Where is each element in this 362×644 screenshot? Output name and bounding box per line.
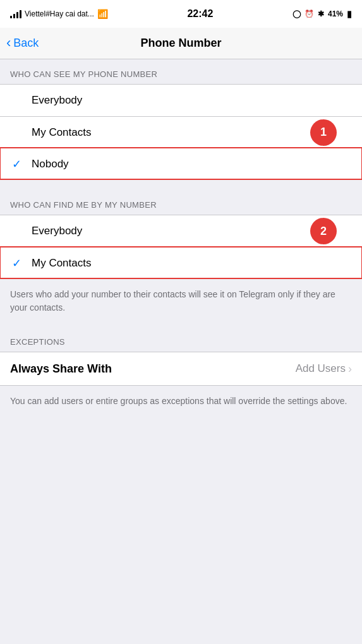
add-users-label: Add Users xyxy=(296,362,346,375)
always-share-row[interactable]: Always Share With Add Users › xyxy=(0,352,362,385)
bluetooth-icon: ✱ xyxy=(318,9,324,18)
visibility-mycontacts-label: My Contacts xyxy=(32,126,91,139)
add-users-action[interactable]: Add Users › xyxy=(296,362,352,376)
findme-everybody-row[interactable]: ✓ Everybody 2 xyxy=(0,215,362,247)
findme-everybody-label: Everybody xyxy=(32,225,82,237)
status-bar: Viettel#Hay cai dat... 📶 22:42 ◯ ⏰ ✱ 41%… xyxy=(0,0,362,28)
page-title: Phone Number xyxy=(140,37,221,50)
spacer-1 xyxy=(0,180,362,190)
findme-mycontacts-label: My Contacts xyxy=(32,257,91,270)
always-share-label: Always Share With xyxy=(10,362,112,376)
findme-info-text: Users who add your number to their conta… xyxy=(0,279,362,327)
back-chevron-icon: ‹ xyxy=(6,36,11,50)
carrier-label: Viettel#Hay cai dat... xyxy=(25,9,94,18)
chevron-right-icon: › xyxy=(348,362,352,376)
findme-mycontacts-row[interactable]: ✓ My Contacts xyxy=(0,247,362,278)
ringer-icon: ◯ xyxy=(293,9,301,18)
battery-icon: ▮ xyxy=(347,9,352,19)
back-label: Back xyxy=(13,37,39,50)
findme-options-group: ✓ Everybody 2 ✓ My Contacts xyxy=(0,215,362,279)
visibility-nobody-row[interactable]: ✓ Nobody xyxy=(0,148,362,179)
checkmark-nobody: ✓ xyxy=(10,157,23,171)
time-label: 22:42 xyxy=(187,8,213,20)
back-button[interactable]: ‹ Back xyxy=(6,37,39,50)
section-header-2: WHO CAN FIND ME BY MY NUMBER xyxy=(0,190,362,215)
section-header-1: WHO CAN SEE MY PHONE NUMBER xyxy=(0,59,362,84)
exceptions-section-header: EXCEPTIONS xyxy=(0,327,362,352)
alarm-icon: ⏰ xyxy=(305,9,314,18)
visibility-options-group: ✓ Everybody ✓ My Contacts 1 ✓ Nobody xyxy=(0,84,362,180)
signal-icon xyxy=(10,9,21,18)
exceptions-info-text: You can add users or entire groups as ex… xyxy=(0,386,362,420)
visibility-everybody-row[interactable]: ✓ Everybody xyxy=(0,85,362,116)
exceptions-group: Always Share With Add Users › xyxy=(0,352,362,386)
wifi-icon: 📶 xyxy=(97,9,108,19)
status-right: ◯ ⏰ ✱ 41% ▮ xyxy=(293,9,352,19)
visibility-nobody-label: Nobody xyxy=(32,158,69,170)
nav-bar: ‹ Back Phone Number xyxy=(0,28,362,59)
badge-1: 1 xyxy=(310,119,337,146)
section-who-can-find: WHO CAN FIND ME BY MY NUMBER ✓ Everybody… xyxy=(0,190,362,327)
badge-2: 2 xyxy=(310,218,337,244)
visibility-mycontacts-row[interactable]: ✓ My Contacts 1 xyxy=(0,116,362,148)
checkmark-findme-mycontacts: ✓ xyxy=(10,256,23,270)
visibility-everybody-label: Everybody xyxy=(32,94,82,107)
exceptions-section: EXCEPTIONS Always Share With Add Users ›… xyxy=(0,327,362,420)
section-who-can-see: WHO CAN SEE MY PHONE NUMBER ✓ Everybody … xyxy=(0,59,362,180)
status-left: Viettel#Hay cai dat... 📶 xyxy=(10,9,108,19)
battery-label: 41% xyxy=(328,9,343,18)
